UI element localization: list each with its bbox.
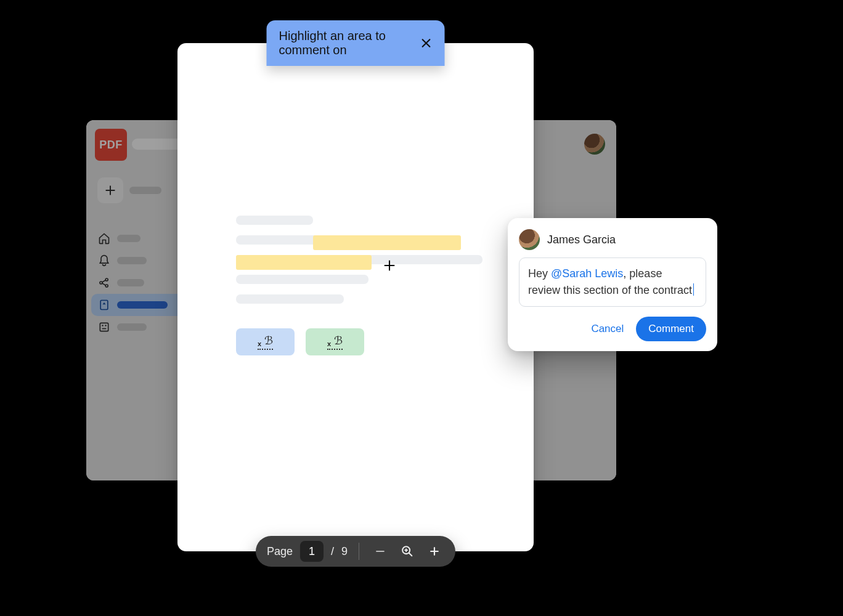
highlight-region[interactable] [313, 235, 461, 250]
sidebar-item-label [117, 257, 147, 264]
comment-author-name: James Garcia [547, 233, 616, 246]
pdf-logo: PDF [95, 129, 127, 161]
grid-icon [97, 320, 111, 334]
sidebar-item-label [117, 279, 144, 286]
sidebar-item-share[interactable] [91, 272, 190, 294]
text-placeholder [236, 294, 344, 304]
zoom-in-button[interactable] [425, 541, 444, 561]
page-toolbar: Page 1 / 9 [256, 536, 455, 567]
comment-text-pre: Hey [528, 267, 551, 280]
zoom-out-button[interactable] [370, 541, 390, 561]
sidebar-item-label [117, 301, 168, 309]
highlight-region[interactable] [236, 255, 372, 270]
cancel-button[interactable]: Cancel [591, 323, 624, 335]
plus-icon [97, 177, 123, 203]
file-icon [97, 298, 111, 312]
crosshair-cursor-icon [383, 259, 396, 272]
bell-icon [97, 254, 111, 267]
comment-popover: James Garcia Hey @Sarah Lewis, please re… [508, 218, 717, 351]
close-hint-button[interactable] [420, 36, 433, 50]
sidebar-item-documents[interactable] [91, 294, 190, 316]
sidebar-item-label [117, 323, 147, 331]
sidebar-item-templates[interactable] [91, 316, 190, 338]
text-placeholder [236, 216, 313, 225]
svg-point-6 [105, 325, 107, 326]
plus-icon [428, 545, 441, 557]
text-caret [693, 283, 694, 296]
avatar[interactable] [584, 134, 605, 155]
close-icon [420, 37, 433, 49]
page-current-input[interactable]: 1 [300, 541, 324, 562]
comment-input[interactable]: Hey @Sarah Lewis, please review this sec… [519, 257, 706, 307]
signature-field-2[interactable]: xℬ [306, 328, 364, 355]
page-total: 9 [341, 545, 348, 558]
svg-rect-3 [100, 301, 108, 310]
document-preview[interactable]: Highlight an area to comment on xℬ xℬ Pa… [177, 43, 534, 551]
comment-author-avatar [519, 229, 540, 250]
text-placeholder [236, 235, 461, 245]
signature-field-1[interactable]: xℬ [236, 328, 295, 355]
share-icon [97, 276, 111, 290]
svg-point-5 [102, 325, 104, 326]
new-document-button[interactable] [91, 173, 190, 208]
comment-button[interactable]: Comment [636, 317, 706, 341]
svg-rect-4 [100, 323, 108, 331]
text-placeholder [236, 275, 369, 284]
zoom-icon [401, 545, 414, 558]
document-body: xℬ xℬ [236, 216, 475, 355]
home-icon [97, 232, 111, 245]
sidebar [91, 173, 190, 338]
sidebar-item-notifications[interactable] [91, 249, 190, 272]
mention-chip[interactable]: @Sarah Lewis [551, 267, 623, 280]
sidebar-item-label [129, 187, 161, 194]
minus-icon [374, 545, 386, 557]
page-separator: / [331, 545, 334, 558]
text-placeholder [236, 255, 483, 264]
zoom-reset-button[interactable] [397, 541, 417, 561]
highlight-hint-bar: Highlight an area to comment on [267, 20, 445, 66]
sidebar-item-label [117, 235, 140, 242]
page-label: Page [267, 545, 293, 558]
sidebar-item-home[interactable] [91, 227, 190, 249]
hint-text: Highlight an area to comment on [279, 29, 402, 57]
